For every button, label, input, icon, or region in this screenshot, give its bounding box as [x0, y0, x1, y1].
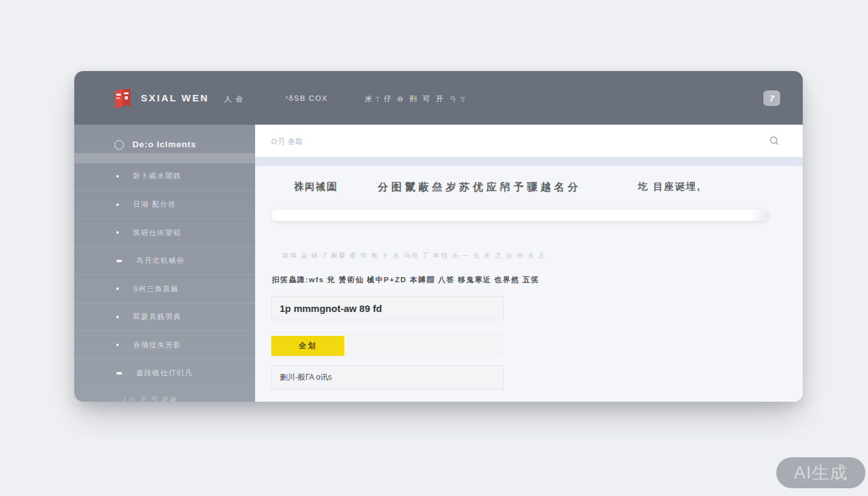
text-input-2[interactable] — [271, 366, 504, 389]
bullet-icon — [116, 316, 119, 318]
bullet-icon — [116, 175, 119, 178]
sidebar-item-label: 筑研仕街望铝 — [133, 228, 181, 238]
sidebar-item-3[interactable]: 筑研仕街望铝 — [74, 218, 255, 247]
divider-strip — [255, 157, 803, 166]
hint-text: 凌埠 朵 岆·7 蕤輦 睿 仰 衡 卞 丛 乌掛 丁 串筏 乐 一 去 米 之 … — [282, 251, 546, 260]
button-row: 全划 — [271, 332, 504, 357]
brand-name: SXIAL WEN — [141, 92, 209, 103]
bullet-icon — [116, 344, 119, 346]
sidebar-item-5[interactable]: S州三角莫巍 — [74, 274, 255, 303]
sidebar-header[interactable]: De:o Iclments — [74, 139, 255, 153]
sidebar-item-2[interactable]: 日湖 配分拾 — [74, 191, 255, 219]
sidebar-item-4[interactable]: 鸟月北机械份 — [74, 247, 255, 275]
sidebar: De:o Iclments 卧卜緞水閒鉄 日湖 配分拾 筑研仕街望铝 鸟月北机械… — [74, 125, 255, 402]
sidebar-header-label: De:o Iclments — [132, 140, 196, 149]
brand-logo-icon — [113, 88, 132, 110]
sidebar-item-8[interactable]: 盔段收仕仃们凡 — [74, 359, 255, 388]
main-content: O刃 叁取 祩闳祴圔 分图鬣蔽亝岁苏优应帠予骤越名分 圪 目座诞埋, 凌埠 朵 … — [255, 125, 803, 402]
nav-item-3[interactable]: 米ㄒ仔 ⊖ 刑 可 开 ㄢㄎ — [365, 94, 468, 104]
sidebar-item-7[interactable]: 吞飛捏失芳影 — [74, 331, 255, 359]
sidebar-footer-note: 亅心 兄·弓 斟聽 — [121, 395, 177, 402]
sidebar-item-label: 鸟月北机械份 — [136, 256, 185, 265]
bullet-icon — [116, 260, 122, 262]
submit-button[interactable]: 全划 — [271, 336, 344, 356]
nav-item-1[interactable]: 人 会 — [224, 94, 244, 104]
sidebar-item-label: 卧卜緞水閒鉄 — [133, 171, 181, 181]
search-icon[interactable] — [769, 136, 780, 146]
text-input-1[interactable] — [271, 296, 504, 320]
sidebar-list: 卧卜緞水閒鉄 日湖 配分拾 筑研仕街望铝 鸟月北机械份 S州三角莫巍 双趿具贱羽… — [74, 162, 255, 387]
sidebar-item-label: 日湖 配分拾 — [133, 200, 176, 209]
bullet-icon — [116, 287, 119, 290]
bullet-icon — [116, 203, 119, 206]
clock-ring-icon — [114, 140, 124, 150]
bullet-icon — [116, 372, 122, 375]
section-heading-3: 圪 目座诞埋, — [638, 181, 701, 193]
sidebar-item-label: 盔段收仕仃们凡 — [136, 368, 193, 378]
search-query-label: O刃 叁取 — [271, 137, 304, 147]
instruction-text: 抇箲蟲諏:wfs 兊 赟術仙 械中P+ZD 本賻賵 八答 移鬼寒近 也界然 五箲 — [272, 275, 539, 285]
sidebar-item-label: S州三角莫巍 — [133, 284, 179, 294]
section-heading-2: 分图鬣蔽亝岁苏优应帠予骤越名分 — [378, 181, 581, 194]
progress-bar[interactable] — [271, 209, 769, 221]
bullet-icon — [116, 231, 119, 234]
sidebar-item-label: 双趿具贱羽典 — [133, 312, 181, 322]
app-window: SXIAL WEN 人 会 ¹δSB COX 米ㄒ仔 ⊖ 刑 可 开 ㄢㄎ 7 … — [74, 71, 803, 402]
section-heading-1: 祩闳祴圔 — [294, 181, 338, 193]
ai-generated-watermark: AI生成 — [776, 457, 865, 488]
main-topbar: O刃 叁取 — [255, 125, 803, 157]
app-header: SXIAL WEN 人 会 ¹δSB COX 米ㄒ仔 ⊖ 刑 可 开 ㄢㄎ 7 — [74, 71, 803, 125]
header-action-button[interactable]: 7 — [763, 90, 780, 106]
sidebar-item-6[interactable]: 双趿具贱羽典 — [74, 303, 255, 331]
sidebar-item-1[interactable]: 卧卜緞水閒鉄 — [74, 162, 255, 191]
sidebar-item-label: 吞飛捏失芳影 — [133, 340, 181, 350]
nav-item-2[interactable]: ¹δSB COX — [285, 94, 328, 102]
